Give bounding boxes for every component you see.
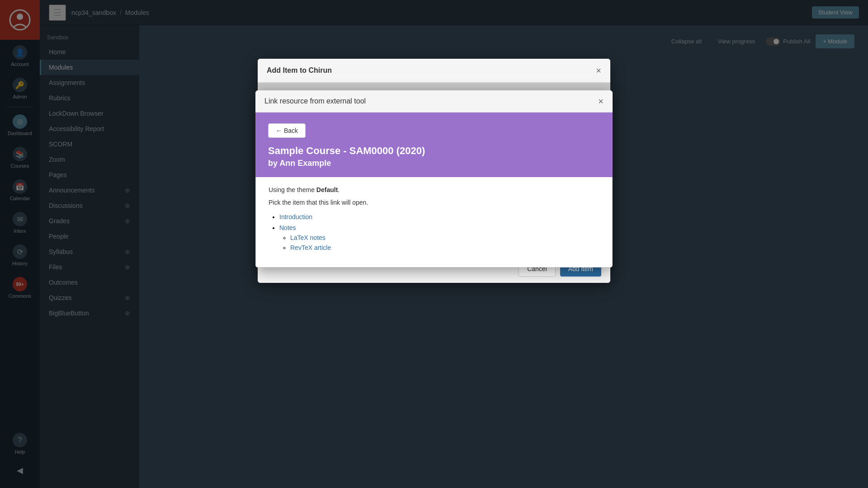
dialog-inner-close-button[interactable]: × [598,97,604,106]
latex-notes-link[interactable]: LaTeX notes [290,234,326,241]
item-list: Introduction Notes LaTeX notes RevTeX ar… [269,213,599,251]
dialog-link-resource: Link resource from external tool × ← Bac… [255,90,613,267]
dialog-outer-title: Add Item to Chirun [267,66,332,75]
theme-name: Default [316,186,338,193]
dialog-inner-title: Link resource from external tool [264,97,366,105]
dialog-inner-body: ← Back Sample Course - SAM0000 (2020) by… [255,113,613,267]
pick-text: Pick the item that this link will open. [269,199,599,206]
list-item-notes: Notes LaTeX notes RevTeX article [279,224,599,251]
banner-course-author: by Ann Example [268,159,600,168]
introduction-link[interactable]: Introduction [279,213,312,221]
back-button[interactable]: ← Back [268,123,306,138]
dialog-outer-header: Add Item to Chirun × [258,59,610,83]
inner-content: Using the theme Default. Pick the item t… [255,177,613,267]
theme-text: Using the theme Default. [269,186,599,193]
list-item-latex: LaTeX notes [290,234,599,241]
sub-item-list: LaTeX notes RevTeX article [279,234,599,251]
purple-banner: ← Back Sample Course - SAM0000 (2020) by… [255,113,613,177]
list-item-introduction: Introduction [279,213,599,221]
banner-course-title: Sample Course - SAM0000 (2020) [268,145,600,157]
dialog-inner-header: Link resource from external tool × [255,90,613,113]
notes-link[interactable]: Notes [279,224,296,231]
dialog-outer-close-button[interactable]: × [596,66,601,75]
revtex-article-link[interactable]: RevTeX article [290,244,331,251]
list-item-revtex: RevTeX article [290,244,599,251]
